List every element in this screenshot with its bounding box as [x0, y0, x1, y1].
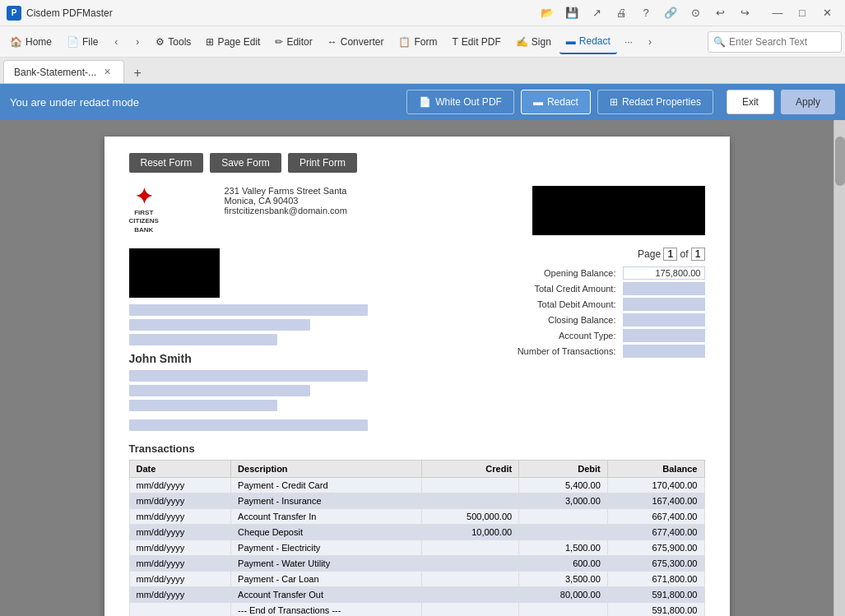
edit-pdf-icon: T — [452, 36, 457, 48]
toolbar-form[interactable]: 📋 Form — [392, 30, 443, 54]
redacted-addr-2 — [129, 385, 310, 396]
page-label: Page — [638, 248, 663, 260]
print-form-button[interactable]: Print Form — [288, 153, 357, 173]
toolbar-share-icon[interactable]: ↗ — [585, 2, 608, 25]
col-credit: Credit — [422, 461, 519, 478]
toolbar-print-icon[interactable]: 🖨 — [610, 2, 633, 25]
toolbar-open-icon[interactable]: 📂 — [536, 2, 559, 25]
table-row: mm/dd/yyyy Cheque Deposit 10,000.00 677,… — [129, 525, 704, 540]
main-toolbar: 🏠 Home 📄 File ‹ › ⚙ Tools ⊞ Page Edit ✏ … — [0, 26, 845, 58]
page-total: 1 — [691, 248, 705, 261]
main-area: Reset Form Save Form Print Form ✦ FIRSTC… — [0, 120, 845, 616]
toolbar-edit-pdf[interactable]: T Edit PDF — [445, 30, 507, 54]
transactions-table: Date Description Credit Debit Balance mm… — [129, 460, 705, 616]
redact-bar: You are under redact mode 📄 White Out PD… — [0, 84, 845, 120]
page-panel[interactable]: Reset Form Save Form Print Form ✦ FIRSTC… — [0, 120, 833, 616]
pdf-page: Reset Form Save Form Print Form ✦ FIRSTC… — [104, 137, 730, 616]
balance-row: Opening Balance: 175,800.00 — [467, 266, 705, 280]
app-logo: P — [7, 6, 21, 21]
search-input[interactable] — [729, 36, 836, 48]
redacted-addr-3 — [129, 400, 277, 411]
redacted-field-3 — [129, 334, 277, 345]
balance-row: Total Credit Amount: — [467, 282, 705, 295]
file-icon: 📄 — [67, 36, 79, 48]
apply-button[interactable]: Apply — [781, 90, 835, 114]
bank-address: 231 Valley Farms Street Santa Monica, CA… — [225, 186, 347, 215]
toolbar-file[interactable]: 📄 File — [60, 30, 104, 54]
editor-icon: ✏ — [275, 36, 283, 48]
table-row: mm/dd/yyyy Payment - Car Loan 3,500.00 6… — [129, 572, 704, 587]
col-balance: Balance — [607, 461, 704, 478]
bank-logo: ✦ FIRSTCITIZENSBANK — [129, 186, 211, 234]
properties-icon: ⊞ — [610, 96, 618, 108]
document-tab[interactable]: Bank-Statement-... ✕ — [3, 60, 124, 83]
nav-forward-button[interactable]: › — [128, 32, 147, 52]
redact-icon: ▬ — [566, 35, 576, 47]
redact-properties-button[interactable]: ⊞ Redact Properties — [597, 90, 713, 114]
toolbar-tools[interactable]: ⚙ Tools — [149, 30, 197, 54]
new-tab-button[interactable]: + — [128, 63, 147, 83]
form-buttons-row: Reset Form Save Form Print Form — [129, 153, 705, 173]
balance-info-right: Page 1 of 1 Opening Balance: 175,800.00 … — [467, 248, 705, 434]
sign-icon: ✍ — [516, 36, 528, 48]
toolbar-redact[interactable]: ▬ Redact — [559, 30, 617, 54]
toolbar-converter[interactable]: ↔ Converter — [321, 30, 391, 54]
reset-form-button[interactable]: Reset Form — [129, 153, 204, 173]
close-button[interactable]: ✕ — [815, 2, 838, 25]
toolbar-page-edit[interactable]: ⊞ Page Edit — [199, 30, 267, 54]
tab-bar: Bank-Statement-... ✕ + — [0, 58, 845, 84]
balance-rows: Opening Balance: 175,800.00 Total Credit… — [467, 266, 705, 358]
redacted-addr-1 — [129, 370, 368, 382]
white-out-button[interactable]: 📄 White Out PDF — [406, 90, 514, 114]
table-row: mm/dd/yyyy Payment - Electricity 1,500.0… — [129, 540, 704, 556]
page-current: 1 — [663, 248, 677, 261]
save-form-button[interactable]: Save Form — [210, 153, 281, 173]
col-date: Date — [129, 461, 231, 478]
table-row: mm/dd/yyyy Payment - Water Utility 600.0… — [129, 556, 704, 572]
minimize-button[interactable]: — — [766, 2, 789, 25]
maximize-button[interactable]: □ — [791, 2, 814, 25]
redacted-header-box — [532, 186, 705, 235]
toolbar-redo-icon[interactable]: ↪ — [733, 2, 756, 25]
home-icon: 🏠 — [10, 36, 22, 48]
white-out-icon: 📄 — [419, 96, 431, 108]
toolbar-help-icon[interactable]: ? — [634, 2, 657, 25]
redacted-field-1 — [129, 304, 368, 316]
table-row: mm/dd/yyyy Account Transfer Out 80,000.0… — [129, 587, 704, 603]
col-debit: Debit — [519, 461, 608, 478]
page-of: of — [680, 248, 690, 260]
toolbar-home[interactable]: 🏠 Home — [3, 30, 58, 54]
table-row: mm/dd/yyyy Payment - Insurance 3,000.00 … — [129, 493, 704, 509]
window-controls: — □ ✕ — [766, 2, 838, 25]
toolbar-save-icon[interactable]: 💾 — [560, 2, 583, 25]
tools-icon: ⚙ — [156, 36, 165, 48]
col-description: Description — [231, 461, 422, 478]
redact-button[interactable]: ▬ Redact — [521, 90, 591, 114]
redacted-field-2 — [129, 319, 310, 331]
scrollbar-thumb[interactable] — [835, 137, 845, 186]
toolbar-undo-icon[interactable]: ↩ — [708, 2, 731, 25]
toolbar-link-icon[interactable]: 🔗 — [659, 2, 682, 25]
redact-status-text: You are under redact mode — [10, 96, 400, 109]
table-row: mm/dd/yyyy Payment - Credit Card 5,400.0… — [129, 478, 704, 493]
toolbar-editor[interactable]: ✏ Editor — [268, 30, 318, 54]
page-edit-icon: ⊞ — [206, 36, 214, 48]
account-info-left: John Smith — [129, 248, 453, 434]
search-icon: 🔍 — [713, 36, 726, 48]
toolbar-scan-icon[interactable]: ⊙ — [684, 2, 707, 25]
transactions-title: Transactions — [129, 442, 705, 455]
converter-icon: ↔ — [327, 36, 337, 48]
toolbar-sign[interactable]: ✍ Sign — [509, 30, 558, 54]
expand-button[interactable]: › — [640, 32, 660, 52]
nav-back-button[interactable]: ‹ — [106, 32, 126, 52]
more-options-button[interactable]: ··· — [619, 32, 638, 52]
tab-label: Bank-Statement-... — [14, 67, 96, 78]
scrollbar[interactable] — [833, 120, 845, 616]
search-box[interactable]: 🔍 — [708, 31, 842, 53]
tab-close-button[interactable]: ✕ — [101, 66, 114, 78]
redact-tool-icon: ▬ — [533, 96, 543, 108]
title-bar: P Cisdem PDFMaster 📂 💾 ↗ 🖨 ? 🔗 ⊙ ↩ ↪ — □… — [0, 0, 845, 26]
exit-button[interactable]: Exit — [727, 90, 774, 114]
redacted-account-box — [129, 248, 220, 298]
redacted-extra-1 — [129, 419, 368, 431]
